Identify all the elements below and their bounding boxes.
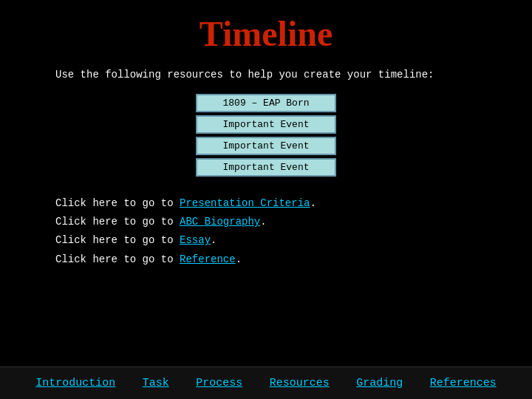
timeline-button-2[interactable]: Important Event [196, 137, 336, 155]
timeline-button-3[interactable]: Important Event [196, 158, 336, 177]
link-line-1: Click here to go to ABC Biography. [55, 213, 532, 231]
link-3[interactable]: Reference [180, 253, 236, 265]
nav-item-process[interactable]: Process [196, 377, 242, 389]
link-line-0: Click here to go to Presentation Criteri… [55, 194, 532, 213]
link-1[interactable]: ABC Biography [180, 216, 260, 228]
link-line-2: Click here to go to Essay. [55, 231, 532, 250]
nav-item-grading[interactable]: Grading [356, 377, 403, 389]
nav-item-resources[interactable]: Resources [270, 377, 330, 389]
link-0[interactable]: Presentation Criteria [180, 197, 310, 209]
nav-bar: IntroductionTaskProcessResourcesGradingR… [0, 366, 532, 399]
link-line-3: Click here to go to Reference. [55, 250, 532, 269]
nav-item-task[interactable]: Task [143, 377, 169, 389]
timeline-button-1[interactable]: Important Event [196, 115, 336, 134]
nav-item-introduction[interactable]: Introduction [35, 377, 115, 389]
links-section: Click here to go to Presentation Criteri… [55, 194, 532, 269]
nav-item-references[interactable]: References [430, 377, 497, 389]
timeline-buttons: 1809 – EAP BornImportant EventImportant … [0, 94, 532, 177]
link-2[interactable]: Essay [180, 234, 211, 246]
intro-text: Use the following resources to help you … [55, 69, 532, 81]
timeline-button-0[interactable]: 1809 – EAP Born [196, 94, 336, 112]
page-title: Timeline [0, 0, 532, 61]
